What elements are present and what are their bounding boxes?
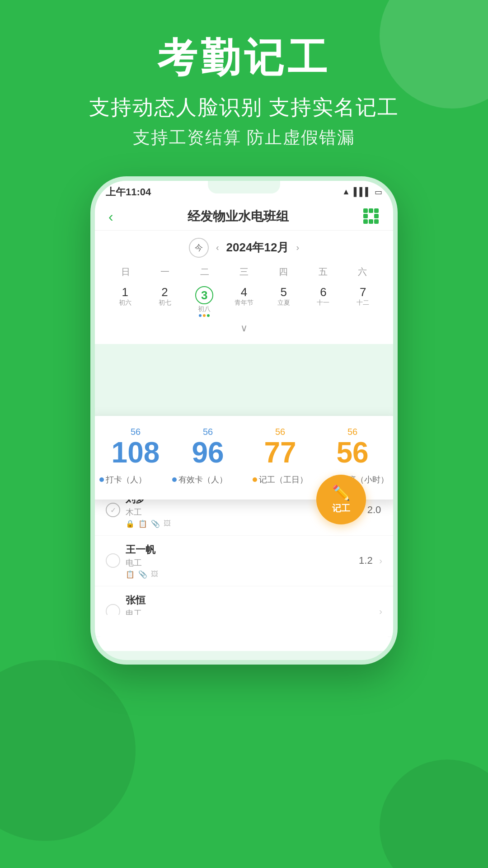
- stat-overtime-small: 56: [316, 427, 389, 437]
- weekday-thu: 四: [264, 264, 303, 280]
- weekday-mon: 一: [145, 264, 184, 280]
- stat-checkin-num: 108: [99, 438, 172, 467]
- stats-numbers-row: 56 108 56 96 56 77 56 56: [99, 427, 389, 467]
- day-5[interactable]: 5 立夏: [264, 283, 303, 320]
- weekday-sun: 日: [106, 264, 145, 280]
- next-month-arrow[interactable]: ›: [296, 242, 299, 253]
- prev-month-arrow[interactable]: ‹: [216, 242, 219, 253]
- worker-check-2[interactable]: ✓: [106, 503, 120, 517]
- fab-edit-icon: ✏️: [332, 484, 350, 501]
- weekday-sat: 六: [343, 264, 382, 280]
- worker-hours-3: 1.2: [357, 555, 374, 566]
- img-icon: 🖼: [151, 570, 158, 579]
- worker-name-3: 王一帆: [126, 543, 352, 557]
- worker-arrow-3: ›: [379, 556, 382, 566]
- dot-orange-1: [253, 477, 257, 482]
- doc-icon: 📋: [138, 519, 147, 528]
- stat-valid-small: 56: [172, 427, 244, 437]
- stat-record: 56 77: [244, 427, 316, 467]
- status-time: 上午11:04: [106, 185, 151, 199]
- stat-valid-label: 有效卡（人）: [172, 474, 227, 485]
- today-label: 今: [195, 242, 203, 253]
- day-3-today[interactable]: 3 初八: [185, 283, 224, 320]
- signal-icon: ▌▌▌: [354, 187, 371, 197]
- nav-bar: ‹ 经发物业水电班组: [95, 203, 393, 231]
- calendar-weekdays: 日 一 二 三 四 五 六: [106, 264, 382, 280]
- today-badge[interactable]: 今: [189, 238, 209, 258]
- day-7[interactable]: 7 十二: [343, 283, 382, 320]
- worker-icons-3: 📋 📎 🖼: [126, 570, 352, 579]
- phone-mockup: 上午11:04 ▲ ▌▌▌ ▭ ‹ 经发物业水电班组: [90, 176, 398, 665]
- status-icons: ▲ ▌▌▌ ▭: [342, 187, 382, 197]
- fab-label: 记工: [332, 502, 350, 514]
- phone-content: 今 ‹ 2024年12月 › 日 一 二 三 四 五 六: [95, 231, 393, 651]
- stat-record-label: 记工（工日）: [253, 474, 308, 485]
- worker-role-2: 木工: [126, 507, 333, 518]
- subtitle-line2: 支持工资结算 防止虚假错漏: [0, 126, 488, 149]
- lock-icon: 🔒: [126, 519, 135, 528]
- day-2[interactable]: 2 初七: [145, 283, 184, 320]
- worker-info-3: 王一帆 电工 📋 📎 🖼: [126, 543, 352, 579]
- nav-title: 经发物业水电班组: [188, 208, 289, 225]
- day-4[interactable]: 4 青年节: [225, 283, 263, 320]
- dot-blue-1: [99, 477, 104, 482]
- stat-record-small: 56: [244, 427, 316, 437]
- clip-icon: 📎: [151, 519, 160, 528]
- img-icon: 🖼: [164, 519, 171, 528]
- stat-overtime-num: 56: [316, 438, 389, 467]
- worker-check-3[interactable]: [106, 553, 120, 568]
- calendar-expand-btn[interactable]: ∨: [106, 320, 382, 337]
- worker-icons-2: 🔒 📋 📎 🖼: [126, 519, 333, 528]
- stat-record-num: 77: [244, 438, 316, 467]
- fab-record-button[interactable]: ✏️ 记工: [316, 475, 366, 524]
- calendar-month: 2024年12月: [226, 240, 289, 255]
- worker-hour2-2: 2.0: [366, 504, 382, 516]
- stat-valid-num: 96: [172, 438, 244, 467]
- stat-checkin-label: 打卡（人）: [99, 474, 146, 485]
- day-1[interactable]: 1 初六: [106, 283, 145, 320]
- calendar-header: 今 ‹ 2024年12月 ›: [106, 238, 382, 258]
- header-section: 考勤记工 支持动态人脸识别 支持实名记工 支持工资结算 防止虚假错漏: [0, 0, 488, 149]
- dot-blue-2: [172, 477, 177, 482]
- bg-circle-bottom-left: [0, 660, 136, 841]
- back-button[interactable]: ‹: [108, 208, 113, 225]
- worker-hour1-3: 1.2: [357, 555, 374, 566]
- phone-container: 上午11:04 ▲ ▌▌▌ ▭ ‹ 经发物业水电班组: [0, 176, 488, 665]
- phone-bottom-bar: [95, 615, 393, 651]
- main-title: 考勤记工: [0, 36, 488, 80]
- qr-icon[interactable]: [363, 208, 380, 225]
- subtitle-line1: 支持动态人脸识别 支持实名记工: [0, 94, 488, 122]
- worker-role-3: 电工: [126, 557, 352, 568]
- weekday-tue: 二: [185, 264, 224, 280]
- weekday-wed: 三: [224, 264, 263, 280]
- stat-overtime: 56 56: [316, 427, 389, 467]
- stat-valid: 56 96: [172, 427, 244, 467]
- stat-checkin: 56 108: [99, 427, 172, 467]
- wifi-icon: ▲: [342, 187, 350, 197]
- battery-icon: ▭: [375, 187, 382, 197]
- calendar-section: 今 ‹ 2024年12月 › 日 一 二 三 四 五 六: [95, 231, 393, 344]
- phone-notch: [208, 181, 280, 193]
- weekday-fri: 五: [303, 264, 343, 280]
- stat-checkin-small: 56: [99, 427, 172, 437]
- clip-icon: 📎: [138, 570, 147, 579]
- doc-icon: 📋: [126, 570, 135, 579]
- bg-circle-bottom-right: [380, 760, 488, 868]
- worker-item[interactable]: 王一帆 电工 📋 📎 🖼 1.2 ›: [95, 536, 393, 586]
- calendar-days: 1 初六 2 初七 3 初八: [106, 283, 382, 320]
- day-6[interactable]: 6 十一: [304, 283, 343, 320]
- worker-name-4: 张恒: [126, 594, 368, 607]
